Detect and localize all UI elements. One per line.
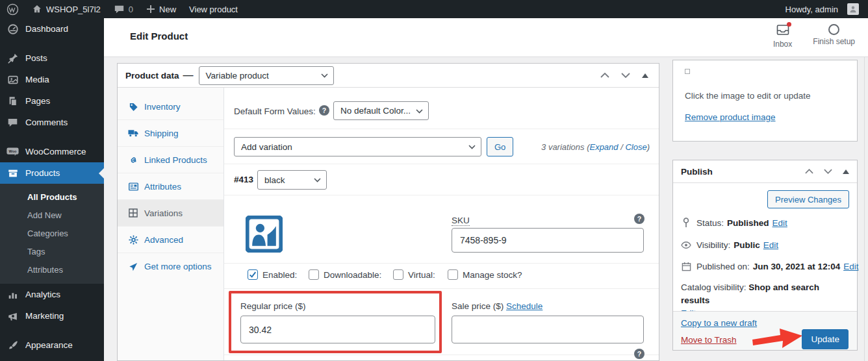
sidebar-label: Dashboard bbox=[25, 24, 68, 34]
visibility-label: Visibility: bbox=[696, 240, 730, 250]
product-data-panel: Product data — Variable product Inventor… bbox=[117, 63, 659, 361]
expand-link[interactable]: Expand bbox=[589, 142, 618, 152]
move-up-icon[interactable] bbox=[805, 169, 813, 174]
sidebar-subitem-all-products[interactable]: All Products bbox=[0, 188, 104, 206]
schedule-link[interactable]: Schedule bbox=[506, 301, 542, 311]
account-menu[interactable]: Howdy, admin bbox=[785, 3, 859, 15]
add-variation-select[interactable]: Add variation bbox=[234, 137, 481, 156]
sale-price-input[interactable] bbox=[452, 316, 644, 343]
tab-get-more-options[interactable]: Get more options bbox=[118, 253, 223, 280]
view-product-link[interactable]: View product bbox=[189, 5, 238, 14]
submenu-label: Attributes bbox=[27, 265, 63, 275]
update-button[interactable]: Update bbox=[802, 329, 849, 349]
downloadable-checkbox-group: Downloadable: bbox=[309, 269, 381, 280]
variation-image-placeholder-icon[interactable] bbox=[246, 216, 283, 253]
sidebar-label: Analytics bbox=[25, 290, 60, 299]
pushpin-icon bbox=[6, 52, 19, 64]
publish-footer: Copy to a new draft Move to Trash Update bbox=[673, 311, 857, 350]
finish-setup-label: Finish setup bbox=[813, 37, 855, 46]
comments-admin-link[interactable]: 0 bbox=[114, 5, 133, 14]
tab-label: Advanced bbox=[144, 235, 183, 245]
tab-shipping[interactable]: Shipping bbox=[118, 120, 223, 147]
sidebar-item-analytics[interactable]: Analytics bbox=[0, 284, 104, 305]
move-up-icon[interactable] bbox=[600, 73, 609, 78]
gear-icon bbox=[128, 234, 138, 245]
sku-label: SKU bbox=[452, 216, 470, 226]
move-down-icon[interactable] bbox=[824, 169, 832, 174]
sidebar-item-appearance[interactable]: Appearance bbox=[0, 334, 104, 356]
publish-title: Publish bbox=[681, 167, 713, 177]
sidebar-subitem-categories[interactable]: Categories bbox=[0, 224, 104, 242]
manage-stock-checkbox-group: Manage stock? bbox=[448, 269, 522, 280]
move-down-icon[interactable] bbox=[621, 73, 630, 78]
default-color-select[interactable]: No default Color... bbox=[333, 101, 429, 120]
close-link[interactable]: Close bbox=[625, 142, 646, 152]
sidebar-item-media[interactable]: Media bbox=[0, 69, 104, 90]
help-icon[interactable]: ? bbox=[319, 105, 329, 116]
panel-toggle-icon[interactable] bbox=[642, 73, 648, 78]
visibility-row: Visibility: Public Edit bbox=[681, 240, 778, 250]
progress-circle-icon bbox=[828, 24, 839, 35]
user-icon bbox=[849, 5, 857, 13]
published-on-label: Published on: bbox=[696, 262, 750, 271]
new-menu[interactable]: New bbox=[146, 5, 176, 14]
edit-published-link[interactable]: Edit bbox=[843, 262, 858, 271]
sidebar-label: Marketing bbox=[25, 311, 64, 321]
sidebar-item-pages[interactable]: Pages bbox=[0, 90, 104, 112]
variations-content: Default Form Values: ? No default Color.… bbox=[224, 88, 659, 361]
enabled-checkbox[interactable] bbox=[248, 269, 258, 280]
sku-input[interactable] bbox=[452, 228, 644, 253]
sidebar-item-posts[interactable]: Posts bbox=[0, 47, 104, 69]
variations-summary: 3 variations (Expand / Close) bbox=[541, 142, 650, 152]
sidebar-item-dashboard[interactable]: Dashboard bbox=[0, 18, 104, 40]
site-name-label: WSHOP_5l7l2 bbox=[46, 5, 101, 14]
panel-toggle-icon[interactable] bbox=[843, 169, 849, 174]
sidebar-subitem-add-new[interactable]: Add New bbox=[0, 206, 104, 224]
product-type-select[interactable]: Variable product bbox=[199, 66, 334, 85]
regular-price-label: Regular price ($) bbox=[240, 301, 306, 311]
published-on-value: Jun 30, 2021 at 12:04 bbox=[753, 262, 840, 271]
sidebar-item-comments[interactable]: Comments bbox=[0, 112, 104, 133]
catalog-visibility-label: Catalog visibility: bbox=[681, 282, 747, 292]
regular-price-input[interactable] bbox=[240, 316, 435, 343]
inbox-button[interactable]: Inbox bbox=[773, 24, 792, 49]
help-icon[interactable]: ? bbox=[634, 349, 645, 359]
page-header: Edit Product Inbox Finish setup bbox=[104, 18, 868, 57]
downloadable-checkbox[interactable] bbox=[309, 269, 319, 280]
tab-variations[interactable]: Variations bbox=[118, 200, 223, 227]
sidebar-item-woocommerce[interactable]: Woo WooCommerce bbox=[0, 141, 104, 162]
preview-changes-button[interactable]: Preview Changes bbox=[767, 190, 849, 208]
admin-bar: WSHOP_5l7l2 0 New View product Howdy, ad… bbox=[0, 0, 868, 18]
edit-visibility-link[interactable]: Edit bbox=[763, 240, 778, 250]
go-button[interactable]: Go bbox=[487, 137, 513, 156]
tab-linked-products[interactable]: Linked Products bbox=[118, 147, 223, 173]
broken-image-icon[interactable] bbox=[685, 69, 690, 74]
sidebar-subitem-tags[interactable]: Tags bbox=[0, 242, 104, 260]
finish-setup-button[interactable]: Finish setup bbox=[813, 24, 855, 49]
wp-logo-menu[interactable] bbox=[6, 3, 19, 16]
tab-attributes[interactable]: Attributes bbox=[118, 173, 223, 200]
move-to-trash-link[interactable]: Move to Trash bbox=[681, 335, 737, 345]
help-icon[interactable]: ? bbox=[634, 214, 645, 224]
variation-id: #413 bbox=[234, 175, 253, 184]
tab-label: Shipping bbox=[144, 129, 179, 138]
sidebar-separator bbox=[0, 133, 104, 141]
copy-to-draft-link[interactable]: Copy to a new draft bbox=[681, 318, 757, 328]
virtual-checkbox[interactable] bbox=[393, 269, 403, 280]
sidebar-separator bbox=[0, 40, 104, 47]
remove-product-image-link[interactable]: Remove product image bbox=[685, 112, 776, 122]
new-label: New bbox=[159, 5, 176, 14]
tab-inventory[interactable]: Inventory bbox=[118, 93, 223, 120]
site-name-link[interactable]: WSHOP_5l7l2 bbox=[32, 4, 101, 14]
manage-stock-checkbox[interactable] bbox=[448, 269, 458, 280]
enabled-label: Enabled: bbox=[262, 270, 297, 280]
variation-color-select[interactable]: black bbox=[257, 170, 327, 190]
appearance-icon bbox=[6, 339, 19, 351]
media-icon bbox=[6, 73, 19, 86]
virtual-label: Virtual: bbox=[408, 270, 435, 280]
sidebar-subitem-attributes[interactable]: Attributes bbox=[0, 260, 104, 279]
sidebar-item-marketing[interactable]: Marketing bbox=[0, 305, 104, 327]
edit-status-link[interactable]: Edit bbox=[772, 218, 787, 228]
sidebar-item-products[interactable]: Products bbox=[0, 162, 104, 184]
tab-advanced[interactable]: Advanced bbox=[118, 227, 223, 253]
